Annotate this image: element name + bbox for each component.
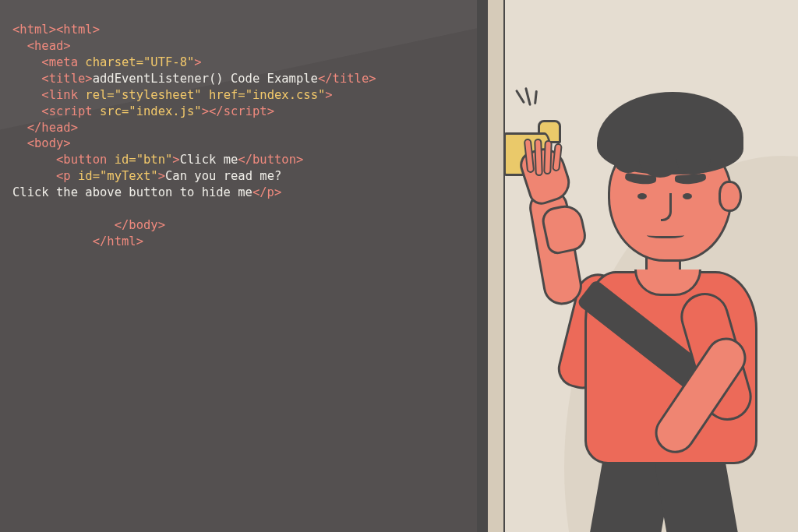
- tag-p-open: <p: [56, 169, 78, 183]
- illustration-panel: [477, 0, 798, 532]
- attr-src: src=: [100, 104, 129, 118]
- tag-html-open: <html>: [12, 23, 56, 37]
- tag-meta-close: >: [194, 55, 201, 69]
- val-btn: "btn": [136, 153, 173, 167]
- tag-html-close: </html>: [93, 234, 143, 248]
- code-block: <html><html> <head> <meta charset="UTF-8…: [0, 0, 477, 250]
- tag-p-mid: >: [158, 169, 165, 183]
- tag-head-open: <head>: [27, 39, 71, 53]
- tag-script-close: </script>: [209, 104, 274, 118]
- val-mytext: "myText": [100, 169, 158, 183]
- attr-rel: rel=: [85, 88, 114, 102]
- tag-link-open: <link: [41, 88, 85, 102]
- code-panel: <html><html> <head> <meta charset="UTF-8…: [0, 0, 477, 532]
- tag-link-close: >: [325, 88, 332, 102]
- val-stylesheet: "stylesheet": [115, 88, 202, 102]
- tag-head-close: </head>: [27, 121, 78, 135]
- tag-body-open: <body>: [27, 136, 71, 150]
- tag-meta-open: <meta: [41, 55, 85, 69]
- val-utf8: "UTF-8": [143, 55, 194, 69]
- tag-title-open: <title>: [41, 72, 92, 86]
- text-canread: Can you read me?: [165, 169, 281, 183]
- space: [202, 88, 209, 102]
- wall-face: [488, 0, 505, 532]
- val-indexjs: "index.js": [129, 104, 201, 118]
- tag-button-close: </button>: [238, 153, 303, 167]
- tag-script-mid: >: [202, 104, 209, 118]
- person-listening-icon: [508, 93, 789, 532]
- tag-button-mid: >: [172, 153, 179, 167]
- tag-script-open: <script: [41, 104, 100, 118]
- attr-id-btn: id=: [115, 153, 136, 167]
- attr-href: href=: [209, 88, 245, 102]
- text-title: addEventListener() Code Example: [93, 72, 318, 86]
- tag-body-close: </body>: [115, 218, 165, 232]
- text-clickme: Click me: [180, 153, 238, 167]
- tag-p-close: </p>: [252, 185, 281, 199]
- attr-id-mytext: id=: [78, 169, 100, 183]
- tag-title-close: </title>: [318, 72, 376, 86]
- val-indexcss: "index.css": [245, 88, 326, 102]
- attr-charset: charset=: [85, 55, 143, 69]
- text-clickabove: Click the above button to hide me: [12, 185, 252, 199]
- tag-html-dup: <html>: [56, 23, 100, 37]
- tag-button-open: <button: [56, 153, 115, 167]
- wall-edge: [477, 0, 488, 532]
